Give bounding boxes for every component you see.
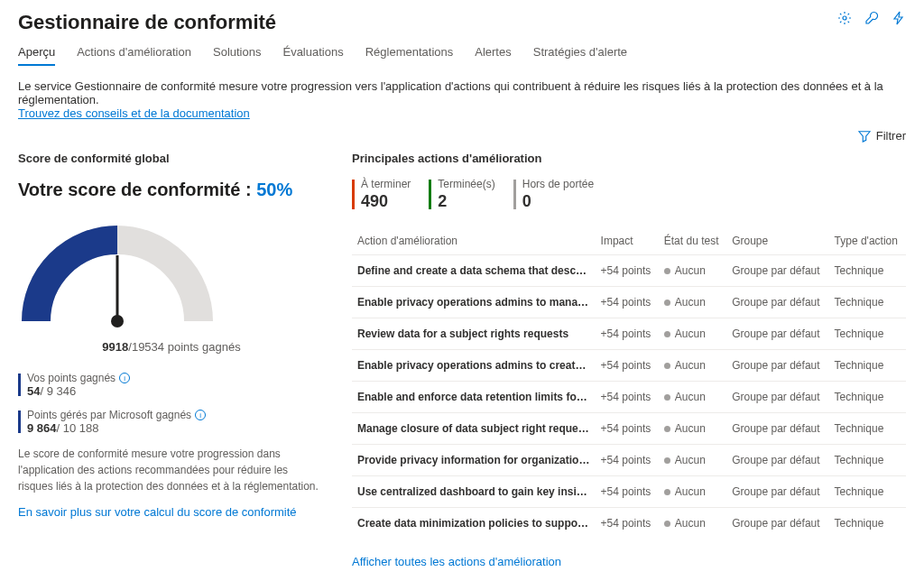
your-points-value: 54 [27, 384, 40, 398]
your-points-label: Vos points gagnés [27, 372, 116, 384]
gear-icon[interactable] [837, 11, 852, 25]
page-title: Gestionnaire de conformité [18, 11, 276, 34]
action-name[interactable]: Enable privacy operations admins to mana… [352, 287, 596, 318]
status-dot-icon [664, 394, 670, 401]
action-impact: +54 points [596, 318, 659, 350]
action-status: Aucun [659, 255, 726, 287]
ms-points-value: 9 864 [27, 421, 57, 435]
kpi-green: Terminée(s)2 [429, 178, 494, 211]
filter-button[interactable]: Filtrer [858, 129, 906, 143]
action-type: Technique [829, 445, 906, 476]
action-group: Groupe par défaut [726, 318, 828, 350]
points-suffix: points gagnés [164, 340, 241, 354]
action-status: Aucun [659, 508, 726, 540]
wrench-icon[interactable] [864, 11, 879, 25]
action-status: Aucun [659, 350, 726, 382]
score-gauge [18, 217, 325, 335]
table-row[interactable]: Enable privacy operations admins to crea… [352, 350, 906, 382]
table-row[interactable]: Enable and enforce data retention limits… [352, 382, 906, 413]
status-dot-icon [664, 300, 670, 306]
column-header[interactable]: Impact [596, 227, 659, 255]
info-icon[interactable]: i [119, 373, 130, 383]
action-status: Aucun [659, 318, 726, 350]
table-row[interactable]: Use centralized dashboard to gain key in… [352, 476, 906, 508]
action-type: Technique [829, 382, 906, 413]
tab-actions-d-am-lioration[interactable]: Actions d'amélioration [77, 45, 191, 66]
actions-table: Action d'améliorationImpactÉtat du testG… [352, 227, 906, 539]
actions-section-title: Principales actions d'amélioration [352, 152, 906, 165]
right-panel: Principales actions d'amélioration À ter… [352, 152, 906, 568]
action-name[interactable]: Create data minimization policies to sup… [352, 508, 596, 540]
action-status: Aucun [659, 445, 726, 476]
tab--valuations[interactable]: Évaluations [282, 45, 343, 66]
action-name[interactable]: Manage closure of data subject right req… [352, 413, 596, 445]
action-name[interactable]: Enable and enforce data retention limits… [352, 382, 596, 413]
kpi-label: À terminer [361, 178, 411, 190]
svg-point-2 [111, 315, 124, 327]
action-name[interactable]: Review data for a subject rights request… [352, 318, 596, 350]
gauge-caption: 9918/19534 points gagnés [18, 340, 325, 354]
action-impact: +54 points [596, 255, 659, 287]
action-impact: +54 points [596, 413, 659, 445]
action-name[interactable]: Provide privacy information for organiza… [352, 445, 596, 476]
table-row[interactable]: Provide privacy information for organiza… [352, 445, 906, 476]
kpi-row: À terminer490Terminée(s)2Hors de portée0 [352, 178, 906, 211]
view-all-actions-link[interactable]: Afficher toutes les actions d'améliorati… [352, 555, 906, 568]
action-group: Groupe par défaut [726, 382, 828, 413]
status-dot-icon [664, 457, 670, 464]
lightning-icon[interactable] [892, 11, 906, 25]
score-prefix: Votre score de conformité : [18, 180, 256, 199]
table-row[interactable]: Manage closure of data subject right req… [352, 413, 906, 445]
kpi-value: 490 [361, 192, 411, 211]
tab-solutions[interactable]: Solutions [213, 45, 261, 66]
action-group: Groupe par défaut [726, 508, 828, 540]
score-description: Le score de conformité mesure votre prog… [18, 446, 325, 494]
tab-aper-u[interactable]: Aperçu [18, 45, 55, 66]
header-actions [837, 11, 906, 25]
action-type: Technique [829, 508, 906, 540]
your-points-row: Vos points gagnés i 54/ 9 346 [18, 372, 325, 398]
column-header[interactable]: Action d'amélioration [352, 227, 596, 255]
table-row[interactable]: Enable privacy operations admins to mana… [352, 287, 906, 318]
info-icon[interactable]: i [195, 410, 206, 420]
action-type: Technique [829, 413, 906, 445]
learn-more-link[interactable]: En savoir plus sur votre calcul du score… [18, 505, 325, 519]
points-total: 19534 [132, 340, 164, 354]
table-row[interactable]: Define and create a data schema that des… [352, 255, 906, 287]
action-impact: +54 points [596, 382, 659, 413]
filter-label: Filtrer [876, 129, 906, 143]
table-row[interactable]: Review data for a subject rights request… [352, 318, 906, 350]
your-points-total: / 9 346 [40, 384, 76, 398]
action-name[interactable]: Define and create a data schema that des… [352, 255, 596, 287]
action-type: Technique [829, 318, 906, 350]
column-header[interactable]: Groupe [726, 227, 828, 255]
action-status: Aucun [659, 476, 726, 508]
tab-strat-gies-d-alerte[interactable]: Stratégies d'alerte [533, 45, 627, 66]
intro-text: Le service Gestionnaire de conformité me… [18, 79, 906, 120]
column-header[interactable]: Type d'action [829, 227, 906, 255]
points-earned: 9918 [102, 340, 128, 354]
action-type: Technique [829, 287, 906, 318]
status-dot-icon [664, 521, 670, 527]
action-group: Groupe par défaut [726, 350, 828, 382]
microsoft-points-row: Points gérés par Microsoft gagnés i 9 86… [18, 409, 325, 435]
action-name[interactable]: Use centralized dashboard to gain key in… [352, 476, 596, 508]
ms-points-label: Points gérés par Microsoft gagnés [27, 409, 191, 421]
action-group: Groupe par défaut [726, 445, 828, 476]
tab-bar: AperçuActions d'améliorationSolutionsÉva… [18, 45, 906, 67]
action-type: Technique [829, 350, 906, 382]
status-dot-icon [664, 268, 670, 274]
kpi-label: Terminée(s) [438, 178, 494, 190]
status-dot-icon [664, 331, 670, 337]
status-dot-icon [664, 426, 670, 432]
tab-alertes[interactable]: Alertes [475, 45, 511, 66]
column-header[interactable]: État du test [659, 227, 726, 255]
action-name[interactable]: Enable privacy operations admins to crea… [352, 350, 596, 382]
action-status: Aucun [659, 382, 726, 413]
action-group: Groupe par défaut [726, 476, 828, 508]
action-impact: +54 points [596, 445, 659, 476]
table-row[interactable]: Create data minimization policies to sup… [352, 508, 906, 540]
kpi-label: Hors de portée [522, 178, 594, 190]
tab-r-glementations[interactable]: Réglementations [365, 45, 454, 66]
intro-link[interactable]: Trouvez des conseils et de la documentat… [18, 106, 250, 120]
